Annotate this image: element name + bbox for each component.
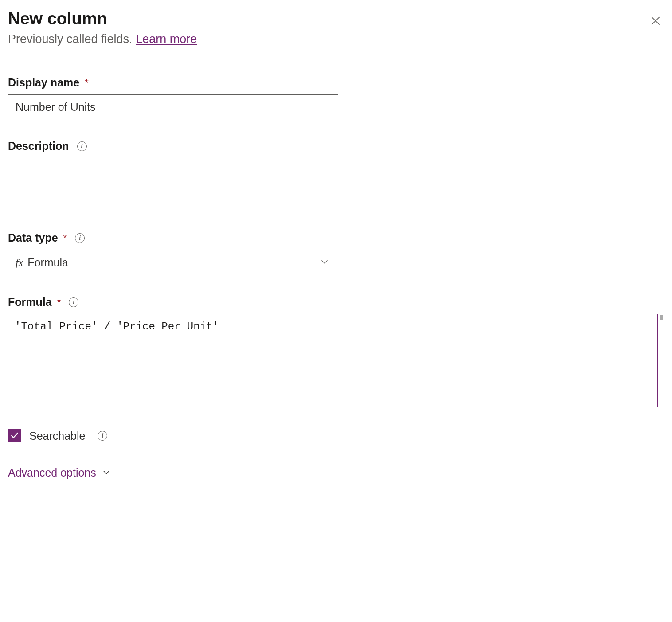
- chevron-down-icon: [102, 467, 111, 479]
- learn-more-link[interactable]: Learn more: [136, 32, 197, 46]
- label-row: Formula * i: [8, 296, 664, 309]
- close-button[interactable]: [647, 12, 664, 31]
- formula-fx-icon: fx: [16, 257, 23, 269]
- advanced-options-label: Advanced options: [8, 466, 96, 479]
- panel-header: New column: [8, 9, 664, 31]
- subtitle-text: Previously called fields.: [8, 32, 136, 46]
- description-label: Description: [8, 140, 69, 153]
- display-name-input[interactable]: [8, 94, 338, 119]
- display-name-label: Display name: [8, 76, 79, 89]
- searchable-checkbox[interactable]: [8, 429, 21, 442]
- close-icon: [650, 15, 661, 28]
- advanced-options-toggle[interactable]: Advanced options: [8, 466, 664, 479]
- required-indicator: *: [85, 77, 89, 89]
- formula-label: Formula: [8, 296, 52, 309]
- label-row: Description i: [8, 140, 664, 153]
- info-icon[interactable]: i: [98, 431, 107, 441]
- label-row: Display name *: [8, 76, 664, 89]
- panel-title: New column: [8, 9, 107, 29]
- formula-input[interactable]: [8, 314, 658, 407]
- info-icon[interactable]: i: [75, 233, 85, 243]
- field-data-type: Data type * i fx Formula: [8, 231, 664, 275]
- field-display-name: Display name *: [8, 76, 664, 119]
- panel-subtitle: Previously called fields. Learn more: [8, 32, 664, 46]
- data-type-selected-value: Formula: [27, 256, 68, 269]
- required-indicator: *: [63, 232, 67, 244]
- data-type-label: Data type: [8, 231, 58, 244]
- data-type-select[interactable]: fx Formula: [8, 250, 338, 275]
- required-indicator: *: [57, 297, 61, 308]
- data-type-select-wrapper: fx Formula: [8, 250, 338, 275]
- info-icon[interactable]: i: [77, 141, 87, 151]
- description-input[interactable]: [8, 158, 338, 209]
- searchable-row: Searchable i: [8, 429, 664, 442]
- field-description: Description i: [8, 140, 664, 211]
- checkmark-icon: [10, 431, 19, 441]
- info-icon[interactable]: i: [69, 297, 78, 307]
- searchable-label: Searchable: [29, 430, 85, 442]
- label-row: Data type * i: [8, 231, 664, 244]
- scrollbar-thumb[interactable]: [660, 315, 663, 320]
- field-formula: Formula * i: [8, 296, 664, 409]
